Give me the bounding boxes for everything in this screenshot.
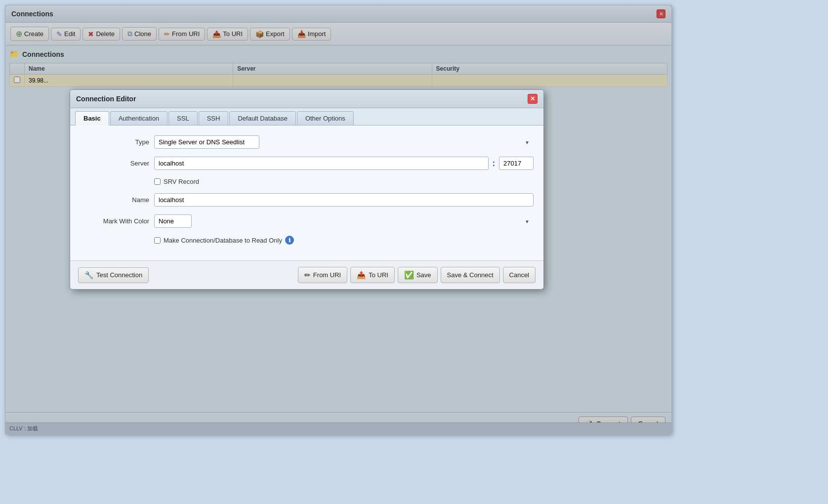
srv-label: SRV Record <box>164 178 199 185</box>
dialog-overlay: Connection Editor ✕ Basic Authentication… <box>5 5 671 434</box>
type-select-wrapper: Single Server or DNS Seedlist Replica Se… <box>154 135 534 149</box>
name-row: Name <box>80 193 534 207</box>
main-window: Connections ✕ ⊕ Create ✎ Edit ✖ Delete ⧉… <box>5 5 672 435</box>
color-label: Mark With Color <box>80 217 149 225</box>
dialog-from-uri-label: From URI <box>313 271 341 279</box>
tab-ssl-label: SSL <box>177 115 189 122</box>
color-select-wrapper: None Red Green Blue Yellow <box>154 214 534 228</box>
dialog-from-uri-button[interactable]: ✏ From URI <box>298 267 347 283</box>
connection-editor-dialog: Connection Editor ✕ Basic Authentication… <box>70 89 544 290</box>
dialog-from-uri-icon: ✏ <box>304 271 311 280</box>
dialog-cancel-label: Cancel <box>509 271 529 279</box>
srv-checkbox[interactable] <box>154 178 161 185</box>
color-row: Mark With Color None Red Green Blue Yell… <box>80 214 534 228</box>
tab-basic-label: Basic <box>83 115 101 122</box>
dialog-close-button[interactable]: ✕ <box>528 94 538 104</box>
readonly-checkbox[interactable] <box>154 237 161 244</box>
dialog-cancel-button[interactable]: Cancel <box>503 267 536 283</box>
dialog-title: Connection Editor <box>76 95 136 103</box>
test-connection-button[interactable]: 🔧 Test Connection <box>78 267 149 283</box>
server-label: Server <box>80 160 149 167</box>
test-connection-label: Test Connection <box>96 271 142 279</box>
save-icon: ✅ <box>404 270 414 280</box>
dialog-titlebar: Connection Editor ✕ <box>70 90 543 108</box>
name-input[interactable] <box>154 193 534 207</box>
dialog-footer: 🔧 Test Connection ✏ From URI 📤 To URI ✅ <box>70 260 543 289</box>
footer-left-buttons: 🔧 Test Connection <box>78 267 149 283</box>
server-row: Server : <box>80 157 534 170</box>
type-label: Type <box>80 138 149 146</box>
dialog-content: Type Single Server or DNS Seedlist Repli… <box>70 126 543 260</box>
server-input-group: : <box>154 157 534 170</box>
save-label: Save <box>416 271 431 279</box>
server-input[interactable] <box>154 157 489 170</box>
tab-authentication-label: Authentication <box>119 115 159 122</box>
test-connection-icon: 🔧 <box>84 271 94 280</box>
readonly-row: Make Connection/Database to Read Only ℹ <box>154 236 534 245</box>
footer-right-buttons: ✏ From URI 📤 To URI ✅ Save Save & Connec… <box>298 267 536 283</box>
tab-other-options-label: Other Options <box>305 115 345 122</box>
info-icon[interactable]: ℹ <box>285 236 294 245</box>
readonly-checkbox-label[interactable]: Make Connection/Database to Read Only ℹ <box>154 236 294 245</box>
tab-other-options[interactable]: Other Options <box>297 111 354 125</box>
tab-ssl[interactable]: SSL <box>168 111 198 125</box>
tab-default-database-label: Default Database <box>238 115 287 122</box>
color-select[interactable]: None Red Green Blue Yellow <box>154 214 192 228</box>
port-input[interactable] <box>499 157 534 170</box>
dialog-save-button[interactable]: ✅ Save <box>398 267 438 283</box>
srv-checkbox-label[interactable]: SRV Record <box>154 178 199 185</box>
tab-bar: Basic Authentication SSL SSH Default Dat… <box>70 108 543 126</box>
type-row: Type Single Server or DNS Seedlist Repli… <box>80 135 534 149</box>
tab-default-database[interactable]: Default Database <box>229 111 295 125</box>
tab-basic[interactable]: Basic <box>75 111 109 126</box>
tab-ssh-label: SSH <box>207 115 220 122</box>
srv-row: SRV Record <box>154 178 534 185</box>
dialog-to-uri-label: To URI <box>369 271 388 279</box>
type-select[interactable]: Single Server or DNS Seedlist Replica Se… <box>154 135 259 149</box>
readonly-label: Make Connection/Database to Read Only <box>164 237 282 244</box>
dialog-to-uri-button[interactable]: 📤 To URI <box>350 267 395 283</box>
dialog-to-uri-icon: 📤 <box>357 271 366 280</box>
tab-authentication[interactable]: Authentication <box>110 111 167 125</box>
tab-ssh[interactable]: SSH <box>199 111 229 125</box>
save-connect-button[interactable]: Save & Connect <box>441 267 500 283</box>
name-label: Name <box>80 196 149 204</box>
port-separator: : <box>493 159 495 168</box>
save-connect-label: Save & Connect <box>447 271 494 279</box>
